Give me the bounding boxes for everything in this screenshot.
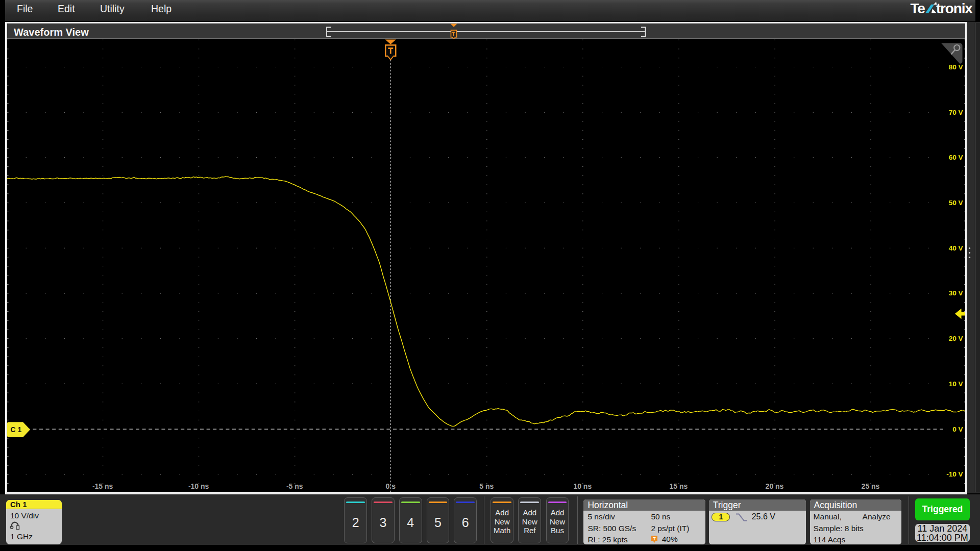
- svg-text:10 V: 10 V: [948, 380, 963, 388]
- svg-text:30 V: 30 V: [948, 289, 963, 297]
- svg-text:60 V: 60 V: [948, 154, 963, 161]
- svg-text:25 ns: 25 ns: [861, 482, 879, 490]
- svg-text:-10 V: -10 V: [946, 470, 963, 478]
- svg-text:20 ns: 20 ns: [765, 482, 783, 490]
- svg-text:50 V: 50 V: [948, 199, 963, 207]
- svg-text:0 s: 0 s: [385, 482, 396, 490]
- svg-text:10 ns: 10 ns: [573, 482, 592, 490]
- svg-text:20 V: 20 V: [948, 335, 963, 342]
- svg-text:40 V: 40 V: [948, 244, 963, 252]
- svg-text:80 V: 80 V: [948, 63, 963, 71]
- svg-text:Te: Te: [911, 1, 925, 16]
- svg-text:C 1: C 1: [10, 425, 21, 434]
- svg-text:-10 ns: -10 ns: [188, 482, 209, 490]
- svg-text:-15 ns: -15 ns: [92, 482, 113, 490]
- svg-text:70 V: 70 V: [948, 109, 963, 116]
- svg-text:-5 ns: -5 ns: [286, 482, 303, 490]
- svg-text:tronix: tronix: [936, 1, 973, 16]
- svg-text:15 ns: 15 ns: [669, 482, 688, 490]
- svg-text:0 V: 0 V: [952, 425, 963, 433]
- svg-text:T: T: [653, 536, 656, 541]
- svg-text:5 ns: 5 ns: [479, 482, 494, 490]
